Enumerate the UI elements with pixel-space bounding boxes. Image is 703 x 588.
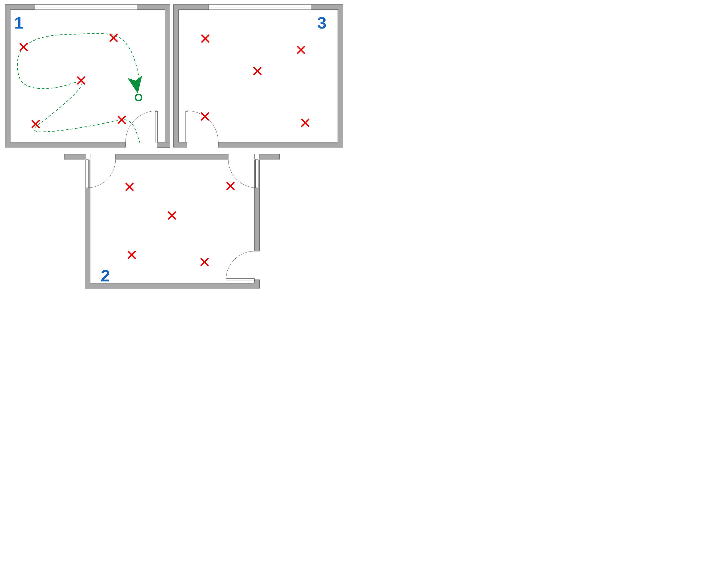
svg-rect-27 — [186, 111, 188, 142]
svg-rect-29 — [90, 159, 254, 283]
svg-rect-24 — [187, 142, 218, 148]
floorplan-svg: 1 2 3 — [0, 0, 352, 294]
svg-rect-47 — [226, 279, 254, 281]
floorplan-canvas: 1 2 3 — [0, 0, 352, 294]
svg-rect-44 — [254, 251, 260, 280]
svg-rect-14 — [155, 111, 157, 142]
room-1-label: 1 — [14, 13, 23, 32]
svg-rect-33 — [64, 154, 85, 159]
svg-rect-9 — [126, 142, 157, 148]
svg-rect-16 — [179, 10, 338, 142]
svg-rect-12 — [157, 142, 170, 147]
svg-rect-43 — [256, 159, 258, 188]
room-2 — [64, 154, 280, 288]
room-2-label: 2 — [101, 266, 110, 285]
svg-rect-37 — [86, 159, 88, 188]
room-3-label: 3 — [317, 13, 326, 32]
room-1 — [5, 4, 170, 148]
svg-rect-39 — [260, 154, 280, 159]
